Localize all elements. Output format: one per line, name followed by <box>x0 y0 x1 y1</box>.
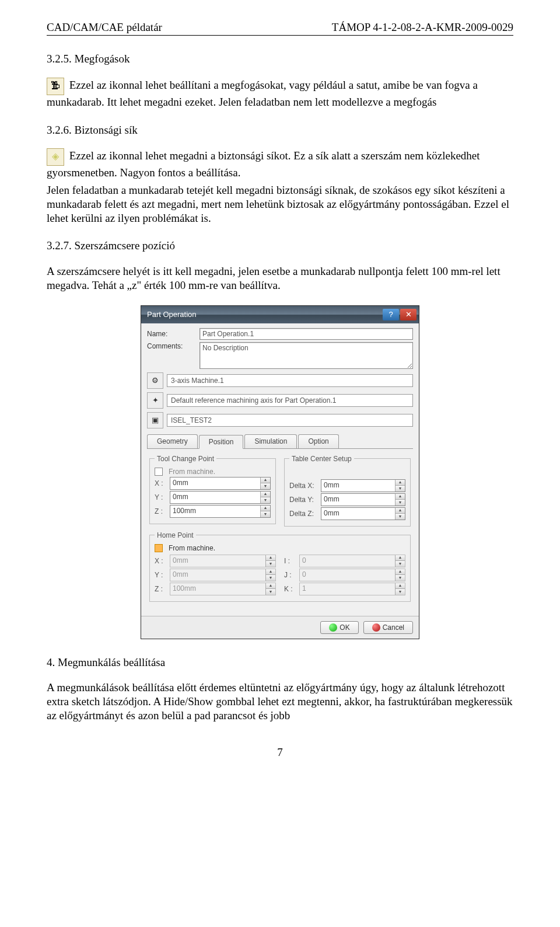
comments-input[interactable] <box>200 342 413 369</box>
page-number: 7 <box>47 746 513 759</box>
delta-z-label: Delta Z: <box>289 510 318 518</box>
axis-field[interactable]: Default reference machining axis for Par… <box>167 394 413 407</box>
machine-icon[interactable]: ⚙ <box>147 372 163 389</box>
section-325-body: Ezzel az ikonnal lehet beállítani a megf… <box>47 78 513 109</box>
ok-button[interactable]: OK <box>320 621 358 634</box>
home-point-legend: Home Point <box>155 531 196 539</box>
hp-k-label: K : <box>284 585 297 593</box>
table-center-legend: Table Center Setup <box>289 455 354 463</box>
table-center-group: Table Center Setup Delta X: 0mm▲▼ Delta … <box>284 455 411 527</box>
hp-z-label: Z : <box>155 585 167 593</box>
tab-simulation[interactable]: Simulation <box>244 434 297 448</box>
hp-i-label: I : <box>284 557 297 565</box>
machine-field[interactable]: 3-axis Machine.1 <box>167 374 413 387</box>
comments-label: Comments: <box>147 342 200 350</box>
tcp-x-input[interactable]: 0mm▲▼ <box>170 477 271 490</box>
tcp-z-label: Z : <box>155 507 167 515</box>
section-326-body-2: Jelen feladatban a munkadarab tetejét ke… <box>47 183 513 225</box>
tab-geometry[interactable]: Geometry <box>147 434 198 448</box>
hp-z-input: 100mm▲▼ <box>170 583 276 595</box>
cancel-icon <box>372 623 380 632</box>
from-machine-label-hp: From machine. <box>169 544 215 552</box>
tool-change-point-group: Tool Change Point From machine. X : 0mm▲… <box>149 455 276 524</box>
dialog-titlebar: Part Operation ? ✕ <box>141 306 419 323</box>
hp-j-input: 0▲▼ <box>299 569 405 581</box>
safety-plane-icon <box>47 148 64 166</box>
section-327-body: A szerszámcsere helyét is itt kell megad… <box>47 264 513 292</box>
tab-position[interactable]: Position <box>199 435 244 449</box>
hp-x-input: 0mm▲▼ <box>170 555 276 567</box>
tab-option[interactable]: Option <box>298 434 338 448</box>
ok-icon <box>329 623 337 632</box>
hp-i-input: 0▲▼ <box>299 555 405 567</box>
tcp-x-label: X : <box>155 479 167 487</box>
delta-y-input[interactable]: 0mm▲▼ <box>321 493 405 506</box>
section-326-body-1: Ezzel az ikonnal lehet megadni a biztons… <box>47 148 513 180</box>
section-4-title: 4. Megmunkálás beállítása <box>47 656 513 670</box>
hp-y-label: Y : <box>155 571 167 579</box>
hp-y-input: 0mm▲▼ <box>170 569 276 581</box>
dialog-title: Part Operation <box>147 310 197 319</box>
section-4-body: A megmunkálások beállítása előtt érdemes… <box>47 681 513 722</box>
cancel-button[interactable]: Cancel <box>363 621 413 634</box>
delta-x-label: Delta X: <box>289 482 318 490</box>
axis-icon[interactable]: ✦ <box>147 392 163 409</box>
tcp-y-label: Y : <box>155 493 167 501</box>
tcp-y-input[interactable]: 0mm▲▼ <box>170 491 271 504</box>
page-header: CAD/CAM/CAE példatár TÁMOP 4-1-2-08-2-A-… <box>47 21 513 34</box>
section-327-title: 3.2.7. Szerszámcsere pozíció <box>47 239 513 253</box>
section-326-title: 3.2.6. Biztonsági sík <box>47 123 513 137</box>
clamp-icon <box>47 78 64 95</box>
tab-strip: Geometry Position Simulation Option <box>147 434 413 449</box>
name-label: Name: <box>147 330 200 338</box>
tcp-z-input[interactable]: 100mm▲▼ <box>170 505 271 518</box>
header-left: CAD/CAM/CAE példatár <box>47 21 162 34</box>
delta-y-label: Delta Y: <box>289 496 318 504</box>
close-button[interactable]: ✕ <box>400 309 416 320</box>
delta-z-input[interactable]: 0mm▲▼ <box>321 507 405 520</box>
product-field[interactable]: ISEL_TEST2 <box>167 414 413 427</box>
tool-change-legend: Tool Change Point <box>155 455 216 463</box>
product-icon[interactable]: ▣ <box>147 412 163 428</box>
hp-k-input: 1▲▼ <box>299 583 405 595</box>
from-machine-label-tcp: From machine. <box>169 468 215 476</box>
delta-x-input[interactable]: 0mm▲▼ <box>321 479 405 492</box>
home-point-group: Home Point From machine. X : 0mm▲▼ <box>149 531 411 602</box>
header-right: TÁMOP 4-1-2-08-2-A-KMR-2009-0029 <box>332 21 513 34</box>
header-rule <box>47 35 513 36</box>
hp-x-label: X : <box>155 557 167 565</box>
hp-j-label: J : <box>284 571 297 579</box>
section-325-title: 3.2.5. Megfogások <box>47 52 513 66</box>
help-button[interactable]: ? <box>383 309 399 320</box>
name-input[interactable] <box>200 328 413 340</box>
from-machine-checkbox-tcp[interactable] <box>155 468 163 476</box>
from-machine-checkbox-hp[interactable] <box>155 544 163 552</box>
part-operation-dialog: Part Operation ? ✕ Name: Comments: ⚙ 3-a <box>141 305 419 639</box>
